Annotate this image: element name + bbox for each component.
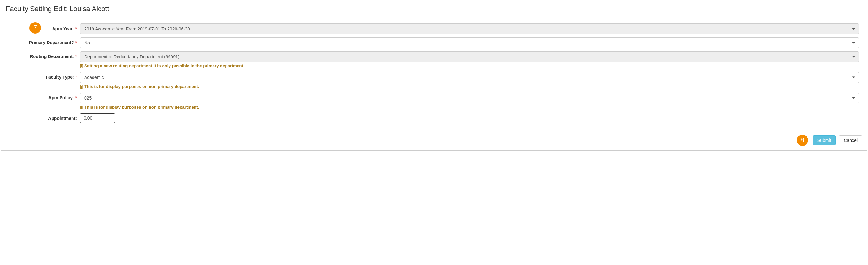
panel-footer: 8 Submit Cancel	[1, 131, 867, 151]
select-wrap-apm-policy: 025	[80, 93, 859, 103]
note-apm-policy: [i] This is for display purposes on non …	[80, 105, 859, 109]
note-faculty-type-text: This is for display purposes on non prim…	[84, 84, 199, 89]
select-wrap-apm-year: 2019 Academic Year From 2019-07-01 To 20…	[80, 24, 859, 34]
apm-policy-select[interactable]: 025	[80, 93, 859, 103]
label-appointment-text: Appointment:	[48, 116, 77, 121]
note-routing-dept-text: Setting a new routing department it is o…	[84, 63, 245, 68]
required-apm-year: *	[75, 26, 77, 31]
row-primary-dept: Primary Department? * No	[6, 37, 862, 50]
control-apm-year: 2019 Academic Year From 2019-07-01 To 20…	[80, 24, 862, 35]
row-apm-policy: Apm Policy: * 025 [i] This is for displa…	[6, 93, 862, 111]
control-primary-dept: No	[80, 37, 862, 50]
cancel-button[interactable]: Cancel	[839, 135, 862, 145]
note-apm-policy-text: This is for display purposes on non prim…	[84, 105, 199, 109]
routing-dept-select[interactable]: Department of Redundancy Department (999…	[80, 51, 859, 62]
control-faculty-type: Academic [i] This is for display purpose…	[80, 72, 862, 91]
label-faculty-type: Faculty Type: *	[6, 72, 80, 80]
primary-dept-select[interactable]: No	[80, 37, 859, 48]
label-apm-year: Apm Year: *	[6, 24, 80, 31]
label-primary-dept: Primary Department? *	[6, 37, 80, 45]
required-primary-dept: *	[75, 40, 77, 45]
step-marker-8: 8	[797, 135, 808, 146]
page-title: Faculty Setting Edit: Louisa Alcott	[6, 5, 862, 13]
label-apm-year-text: Apm Year:	[52, 26, 74, 31]
info-icon: [i]	[80, 84, 83, 89]
row-routing-dept: Routing Department: * Department of Redu…	[6, 51, 862, 70]
info-icon: [i]	[80, 64, 83, 68]
panel-body: 7 Apm Year: * 2019 Academic Year From 20…	[1, 17, 867, 128]
faculty-type-select[interactable]: Academic	[80, 72, 859, 83]
row-faculty-type: Faculty Type: * Academic [i] This is for…	[6, 72, 862, 91]
select-wrap-faculty-type: Academic	[80, 72, 859, 83]
control-apm-policy: 025 [i] This is for display purposes on …	[80, 93, 862, 111]
label-apm-policy: Apm Policy: *	[6, 93, 80, 100]
label-primary-dept-text: Primary Department?	[29, 40, 74, 45]
submit-button[interactable]: Submit	[812, 135, 836, 145]
faculty-setting-panel: Faculty Setting Edit: Louisa Alcott 7 Ap…	[1, 1, 867, 151]
label-appointment: Appointment:	[6, 113, 80, 121]
required-routing-dept: *	[75, 54, 77, 59]
label-routing-dept: Routing Department: *	[6, 51, 80, 59]
label-faculty-type-text: Faculty Type:	[45, 75, 74, 80]
apm-year-select[interactable]: 2019 Academic Year From 2019-07-01 To 20…	[80, 24, 859, 34]
required-faculty-type: *	[75, 75, 77, 80]
select-wrap-primary-dept: No	[80, 37, 859, 48]
row-apm-year: Apm Year: * 2019 Academic Year From 2019…	[6, 24, 862, 35]
row-appointment: Appointment:	[6, 113, 862, 123]
info-icon: [i]	[80, 105, 83, 109]
step-marker-7: 7	[29, 22, 41, 34]
panel-header: Faculty Setting Edit: Louisa Alcott	[1, 1, 867, 17]
label-routing-dept-text: Routing Department:	[30, 54, 74, 59]
note-routing-dept: [i] Setting a new routing department it …	[80, 63, 859, 68]
label-apm-policy-text: Apm Policy:	[49, 95, 74, 100]
control-routing-dept: Department of Redundancy Department (999…	[80, 51, 862, 70]
appointment-input[interactable]	[80, 113, 115, 123]
control-appointment	[80, 113, 862, 123]
note-faculty-type: [i] This is for display purposes on non …	[80, 84, 859, 89]
select-wrap-routing-dept: Department of Redundancy Department (999…	[80, 51, 859, 62]
required-apm-policy: *	[75, 95, 77, 100]
